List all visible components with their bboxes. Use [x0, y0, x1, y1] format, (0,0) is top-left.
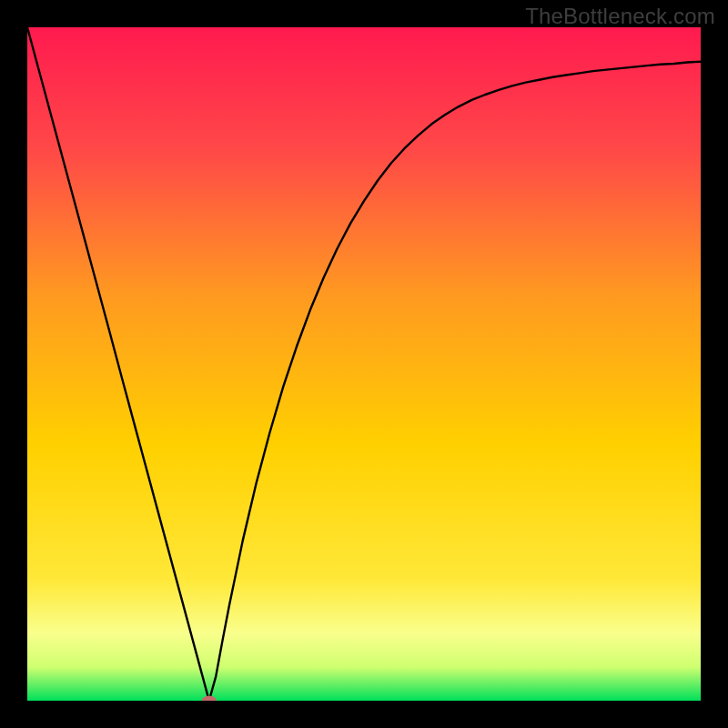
chart-frame: TheBottleneck.com: [0, 0, 728, 728]
bottleneck-plot: [27, 27, 701, 701]
watermark-text: TheBottleneck.com: [525, 4, 715, 29]
gradient-background: [27, 27, 701, 701]
plot-svg: [27, 27, 701, 701]
